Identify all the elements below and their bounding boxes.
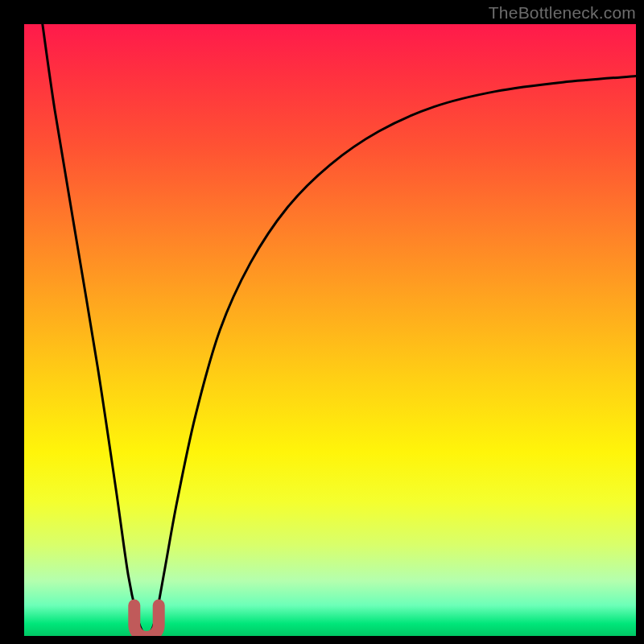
chart-plot-area: [24, 24, 636, 636]
chart-frame: TheBottleneck.com: [0, 0, 644, 644]
chart-svg: [24, 24, 636, 636]
bottleneck-curve: [43, 24, 636, 635]
watermark-text: TheBottleneck.com: [489, 3, 636, 23]
optimal-marker: [134, 605, 159, 636]
